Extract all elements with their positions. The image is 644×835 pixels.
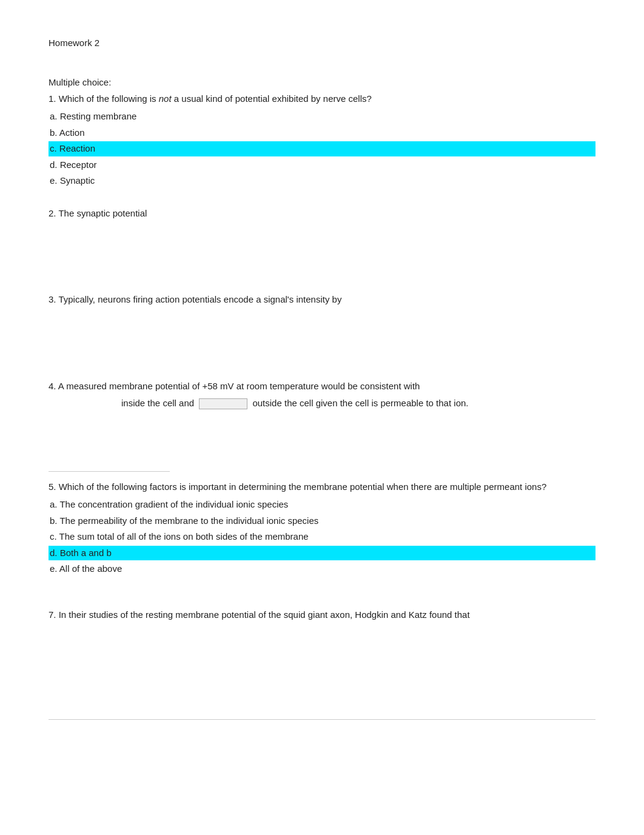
q1-text-before: Which of the following is bbox=[59, 93, 159, 104]
q4-line1: 4. A measured membrane potential of +58 … bbox=[49, 380, 595, 394]
q2-text: 2. The synaptic potential bbox=[49, 207, 595, 221]
q1-text: 1. Which of the following is not a usual… bbox=[49, 92, 595, 106]
q1-option-c: c. Reaction bbox=[49, 141, 595, 156]
q5-option-c: c. The sum total of all of the ions on b… bbox=[49, 529, 595, 545]
q1-text-after: a usual kind of potential exhibited by n… bbox=[172, 93, 372, 104]
q2-number: 2. bbox=[49, 208, 56, 218]
question-5: 5. Which of the following factors is imp… bbox=[49, 480, 595, 577]
q7-number: 7. bbox=[49, 609, 56, 620]
q1-italic: not bbox=[159, 93, 172, 104]
q4-blank1 bbox=[199, 398, 247, 409]
q7-content: In their studies of the resting membrane… bbox=[59, 609, 470, 620]
q2-content: The synaptic potential bbox=[58, 208, 147, 218]
q4-text-line1: A measured membrane potential of +58 mV … bbox=[58, 381, 420, 391]
question-2: 2. The synaptic potential bbox=[49, 207, 595, 221]
q4-line2: inside the cell and outside the cell giv… bbox=[121, 397, 595, 411]
q3-number: 3. bbox=[49, 294, 56, 304]
q4-number: 4. bbox=[49, 381, 56, 391]
q5-option-a: a. The concentration gradient of the ind… bbox=[49, 497, 595, 512]
q5-option-b: b. The permeability of the membrane to t… bbox=[49, 514, 595, 529]
divider-top bbox=[49, 471, 170, 472]
page-title: Homework 2 bbox=[49, 36, 595, 50]
question-3: 3. Typically, neurons firing action pote… bbox=[49, 293, 595, 307]
divider-bottom bbox=[49, 719, 595, 720]
q1-option-b: b. Action bbox=[49, 126, 595, 141]
q7-text: 7. In their studies of the resting membr… bbox=[49, 608, 595, 622]
question-7: 7. In their studies of the resting membr… bbox=[49, 608, 595, 622]
q3-text: 3. Typically, neurons firing action pote… bbox=[49, 293, 595, 307]
q1-option-d: d. Receptor bbox=[49, 158, 595, 173]
question-1: 1. Which of the following is not a usual… bbox=[49, 92, 595, 189]
q1-number: 1. bbox=[49, 93, 56, 104]
section-label: Multiple choice: bbox=[49, 76, 595, 90]
question-4: 4. A measured membrane potential of +58 … bbox=[49, 380, 595, 411]
q5-option-d: d. Both a and b bbox=[49, 546, 595, 561]
q4-text-line2-mid: outside the cell given the cell is perme… bbox=[252, 398, 468, 408]
q5-text: 5. Which of the following factors is imp… bbox=[49, 480, 595, 494]
q5-number: 5. bbox=[49, 481, 56, 492]
q4-text-line2: inside the cell and bbox=[121, 398, 194, 408]
q5-option-e: e. All of the above bbox=[49, 562, 595, 577]
q3-content: Typically, neurons firing action potenti… bbox=[58, 294, 341, 304]
q1-option-a: a. Resting membrane bbox=[49, 109, 595, 124]
q5-content: Which of the following factors is import… bbox=[59, 481, 547, 492]
q1-option-e: e. Synaptic bbox=[49, 173, 595, 189]
